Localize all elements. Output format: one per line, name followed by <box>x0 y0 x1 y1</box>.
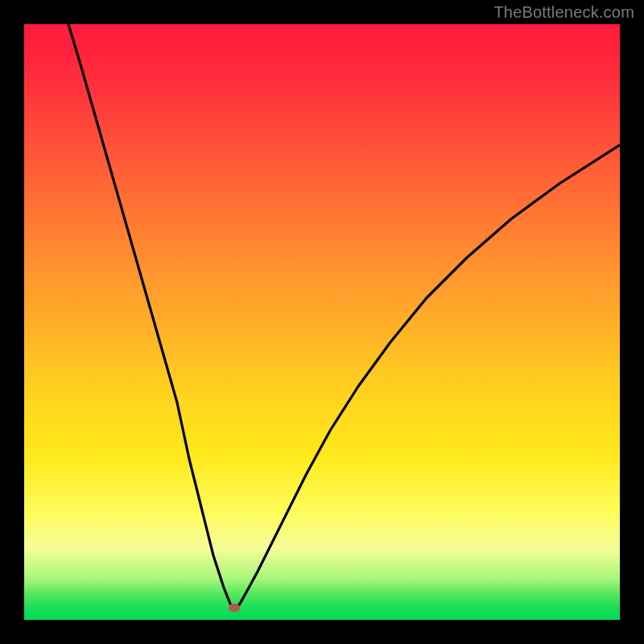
notch-marker <box>229 604 240 612</box>
chart-frame: TheBottleneck.com <box>0 0 644 644</box>
bottleneck-curve <box>68 24 620 609</box>
attribution-label: TheBottleneck.com <box>493 3 634 22</box>
chart-svg <box>24 24 620 620</box>
